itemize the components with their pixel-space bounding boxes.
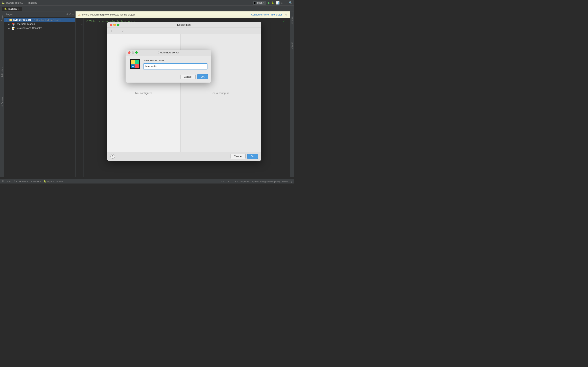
main-layout: Project 2: Structure 2: Favorites Projec…: [0, 11, 294, 177]
create-server-ok-button[interactable]: OK: [197, 74, 208, 79]
project-panel-header: Project ⊕ ⚙ −: [4, 11, 75, 17]
right-tools-panel: Database SciView: [290, 11, 294, 177]
add-server-button[interactable]: +: [109, 29, 114, 33]
tab-label: main.py: [8, 8, 17, 10]
more-button[interactable]: ⋮: [285, 1, 288, 4]
tree-item-external-libs[interactable]: ▶ 📚 External Libraries: [4, 22, 75, 26]
create-server-title-bar: Create new server: [126, 50, 211, 55]
hide-icon[interactable]: −: [72, 13, 74, 16]
ext-libs-label: External Libraries: [16, 23, 35, 25]
problems-status[interactable]: ⚠ 6: Problems: [13, 180, 28, 183]
line-number-2: 2: [76, 24, 83, 28]
terminal-icon: ▸: [31, 180, 32, 183]
panel-header-buttons: ⊕ ⚙ −: [66, 13, 74, 16]
cs-traffic-light-yellow: [132, 51, 134, 54]
sidebar-item-structure[interactable]: 2: Structure: [0, 66, 4, 78]
editor-area: ⚠ Invalid Python interpreter selected fo…: [76, 11, 290, 177]
scope-icon[interactable]: ⊕: [66, 13, 68, 16]
svg-text:PC: PC: [132, 66, 134, 68]
editor-check-mark: ✓: [282, 20, 285, 24]
deployment-dialog: Deployment + − ✓ Not configured er to co…: [107, 22, 261, 161]
run-config-dropdown[interactable]: ▶ main ▾: [253, 1, 266, 5]
line-ending-status[interactable]: LF: [227, 180, 229, 183]
title-separator: —: [24, 1, 27, 4]
traffic-light-green[interactable]: [117, 24, 120, 26]
apply-server-button[interactable]: ✓: [120, 29, 125, 33]
pycharm-logo: PC: [130, 59, 140, 69]
deployment-footer-buttons: Cancel OK: [231, 154, 258, 159]
folder-icon: 📁: [9, 18, 12, 22]
python-console-status[interactable]: 🐍 Python Console: [44, 180, 63, 183]
remove-server-button[interactable]: −: [114, 29, 120, 33]
create-server-cancel-button[interactable]: Cancel: [181, 74, 196, 79]
project-path-label: ~/CS/python/pythonProject1: [33, 19, 61, 21]
run-icon: ▶: [254, 1, 256, 4]
configure-python-link[interactable]: Configure Python interpreter: [251, 13, 282, 16]
create-server-traffic-lights: [128, 51, 138, 54]
title-bar: 🐍 pythonProject1 — main.py ▶ main ▾ ▶ 🐛 …: [0, 0, 294, 6]
server-name-input[interactable]: [144, 63, 207, 69]
configure-server-hint: er to configure: [213, 92, 229, 95]
problems-icon: ⚠: [13, 180, 16, 183]
deployment-dialog-toolbar: + − ✓: [107, 28, 261, 34]
sidebar-item-project[interactable]: Project: [0, 12, 4, 25]
debug-button[interactable]: 🐛: [271, 1, 275, 4]
interpreter-status[interactable]: Python 3.8 (pythonProject1): [252, 180, 280, 183]
indent-status[interactable]: 4 spaces: [241, 180, 250, 183]
problems-label: 6: Problems: [16, 180, 28, 183]
status-bar: ☑ TODO ⚠ 6: Problems ▸ Terminal 🐍 Python…: [0, 179, 294, 184]
tab-main-py[interactable]: 🐍 main.py ×: [2, 7, 22, 11]
project-icon: 🐍: [2, 1, 5, 4]
warning-gear-icon[interactable]: ⚙: [285, 13, 287, 16]
ext-libs-icon: 📚: [11, 22, 15, 26]
gear-icon[interactable]: ⚙: [69, 13, 71, 16]
line-numbers: 1 2: [76, 18, 84, 177]
cs-traffic-light-red[interactable]: [128, 51, 130, 54]
create-server-footer: Cancel OK: [126, 73, 211, 83]
search-icon[interactable]: 🔍: [289, 1, 292, 4]
run-button[interactable]: ▶: [268, 1, 270, 5]
database-tool[interactable]: Database: [290, 12, 294, 29]
sci-view-tool[interactable]: SciView: [290, 37, 294, 53]
todo-status[interactable]: ☑ TODO: [2, 180, 11, 183]
line-number-1: 1: [76, 20, 83, 24]
left-sidebar-icons: Project 2: Structure 2: Favorites: [0, 11, 4, 177]
tree-arrow-project: ▼: [6, 19, 8, 21]
run-buttons: ▶ 🐛 📊 ⏱ ⋮ 🔍: [268, 1, 292, 5]
create-server-dialog: Create new server PC New server name:: [126, 50, 211, 83]
run-config-name: main: [257, 1, 263, 4]
profile-button[interactable]: ⏱: [281, 1, 284, 4]
warning-icon: ⚠: [78, 13, 81, 16]
terminal-status[interactable]: ▸ Terminal: [31, 180, 41, 183]
event-log-status[interactable]: Event Log: [282, 180, 292, 183]
tree-item-scratches[interactable]: ▶ 📝 Scratches and Consoles: [4, 26, 75, 30]
tab-close-button[interactable]: ×: [18, 8, 19, 10]
project-panel: Project ⊕ ⚙ − ▼ 📁 pythonProject1 ~/CS/py…: [4, 11, 76, 177]
deployment-ok-button[interactable]: OK: [247, 154, 258, 159]
create-server-body: PC New server name:: [126, 55, 211, 73]
project-name: pythonProject1: [6, 1, 23, 4]
tree-arrow-scratches: ▶: [8, 27, 11, 29]
todo-icon: ☑: [2, 180, 4, 183]
coverage-button[interactable]: 📊: [276, 1, 279, 4]
traffic-light-yellow[interactable]: [113, 24, 116, 26]
tree-arrow-ext: ▶: [8, 23, 11, 25]
deployment-dialog-title: Deployment: [177, 23, 191, 26]
server-name-label: New server name:: [144, 59, 207, 62]
deployment-traffic-lights: [110, 24, 120, 26]
traffic-light-red[interactable]: [110, 24, 112, 26]
tree-item-project[interactable]: ▼ 📁 pythonProject1 ~/CS/python/pythonPro…: [4, 18, 75, 22]
deployment-cancel-button[interactable]: Cancel: [231, 154, 246, 159]
sidebar-item-favorites[interactable]: 2: Favorites: [0, 95, 4, 108]
warning-message: Invalid Python interpreter selected for …: [82, 13, 135, 16]
create-server-title: Create new server: [158, 51, 179, 54]
tabs-row: 🐍 main.py ×: [0, 6, 294, 11]
deployment-dialog-footer: ? Cancel OK: [107, 152, 261, 161]
create-server-form: New server name:: [144, 59, 207, 69]
encoding-status[interactable]: UTF-8: [232, 180, 238, 183]
title-bar-left: 🐍 pythonProject1 — main.py: [2, 1, 37, 4]
scratches-label: Scratches and Consoles: [16, 27, 42, 30]
position-status[interactable]: 1:1: [221, 180, 224, 183]
deployment-help-button[interactable]: ?: [111, 154, 115, 159]
warning-bar: ⚠ Invalid Python interpreter selected fo…: [76, 11, 290, 18]
